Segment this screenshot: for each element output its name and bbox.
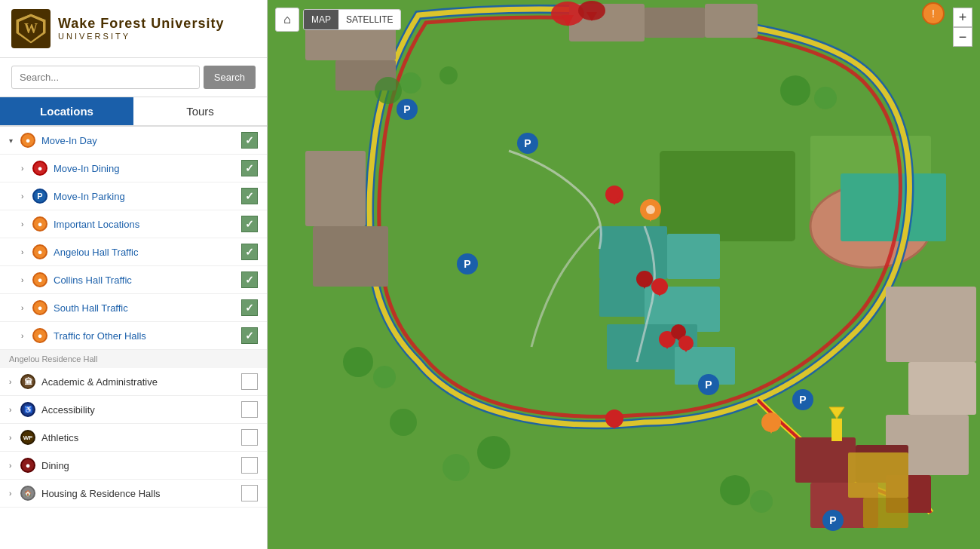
south-hall-traffic-label: South Hall Traffic bbox=[54, 302, 241, 314]
university-subtitle: UNIVERSITY bbox=[58, 32, 224, 41]
angelou-hall-traffic-checkbox[interactable] bbox=[241, 244, 258, 260]
map-type-satellite-button[interactable]: SATELLITE bbox=[338, 10, 400, 29]
sidebar-list: ▾ ● Move-In Day › ● Move-In Dining › P M… bbox=[0, 127, 267, 549]
collins-hall-traffic-icon: ● bbox=[32, 272, 47, 287]
south-hall-traffic-checkbox[interactable] bbox=[241, 299, 258, 316]
university-logo-icon: W bbox=[11, 9, 51, 48]
list-item-academic-admin[interactable]: › 🏛 Academic & Administrative bbox=[0, 368, 267, 396]
list-item-accessibility[interactable]: › ♿ Accessibility bbox=[0, 396, 267, 424]
svg-text:P: P bbox=[464, 258, 470, 270]
logo-area: W Wake Forest University UNIVERSITY « bbox=[0, 0, 267, 58]
svg-point-80 bbox=[443, 454, 470, 481]
svg-point-73 bbox=[439, 66, 458, 84]
list-item-move-in-day[interactable]: ▾ ● Move-In Day bbox=[0, 127, 267, 155]
move-in-day-checkbox[interactable] bbox=[241, 132, 258, 149]
map-area[interactable]: ⌂ MAP SATELLITE + − bbox=[268, 0, 980, 549]
svg-rect-16 bbox=[908, 362, 976, 415]
sidebar-collapse-button[interactable]: « bbox=[267, 256, 268, 293]
svg-text:P: P bbox=[403, 103, 410, 115]
list-item-athletics[interactable]: › WF Athletics bbox=[0, 424, 267, 452]
list-item-move-in-dining[interactable]: › ● Move-In Dining bbox=[0, 155, 267, 182]
angelou-hall-traffic-icon: ● bbox=[32, 244, 47, 259]
search-button[interactable]: Search bbox=[204, 66, 256, 89]
arrow-icon: › bbox=[21, 192, 29, 201]
list-item-south-hall-traffic[interactable]: › ● South Hall Traffic bbox=[0, 294, 267, 322]
arrow-icon: › bbox=[21, 276, 29, 284]
athletics-checkbox[interactable] bbox=[241, 429, 258, 446]
important-locations-checkbox[interactable] bbox=[241, 216, 258, 232]
traffic-other-halls-label: Traffic for Other Halls bbox=[54, 330, 241, 342]
list-item-collins-hall-traffic[interactable]: › ● Collins Hall Traffic bbox=[0, 266, 267, 294]
svg-rect-28 bbox=[305, 151, 366, 226]
zoom-out-button[interactable]: − bbox=[953, 27, 972, 47]
collins-hall-traffic-label: Collins Hall Traffic bbox=[54, 274, 241, 286]
svg-rect-6 bbox=[660, 151, 795, 241]
list-item-move-in-parking[interactable]: › P Move-In Parking bbox=[0, 182, 267, 210]
academic-admin-icon: 🏛 bbox=[20, 374, 35, 389]
housing-label: Housing & Residence Halls bbox=[41, 488, 241, 499]
campus-map: ⌂ MAP SATELLITE + − bbox=[268, 0, 980, 549]
svg-point-75 bbox=[814, 87, 837, 109]
arrow-icon: › bbox=[21, 248, 29, 256]
list-item-housing-residence[interactable]: › 🏠 Housing & Residence Halls bbox=[0, 480, 267, 508]
accessibility-label: Accessibility bbox=[41, 404, 241, 416]
svg-point-82 bbox=[750, 490, 773, 513]
svg-text:W: W bbox=[24, 21, 38, 36]
map-controls: ⌂ MAP SATELLITE bbox=[275, 8, 401, 32]
collins-hall-traffic-checkbox[interactable] bbox=[241, 271, 258, 288]
list-item-dining[interactable]: › ● Dining bbox=[0, 452, 267, 480]
tab-locations[interactable]: Locations bbox=[0, 97, 133, 125]
traffic-other-halls-checkbox[interactable] bbox=[241, 327, 258, 344]
svg-rect-22 bbox=[599, 226, 667, 279]
arrow-icon: › bbox=[9, 406, 17, 414]
svg-point-79 bbox=[477, 436, 510, 469]
svg-text:P: P bbox=[799, 394, 806, 406]
svg-point-72 bbox=[400, 72, 421, 94]
university-name: Wake Forest University bbox=[58, 17, 224, 32]
zoom-in-button[interactable]: + bbox=[953, 8, 972, 27]
search-area: Search bbox=[0, 58, 267, 97]
dining-icon: ● bbox=[20, 458, 35, 473]
move-in-parking-checkbox[interactable] bbox=[241, 188, 258, 204]
logo-text: Wake Forest University UNIVERSITY bbox=[58, 17, 224, 41]
arrow-icon: › bbox=[21, 332, 29, 340]
list-item-angelou-hall-traffic[interactable]: › ● Angelou Hall Traffic bbox=[0, 238, 267, 266]
traffic-other-halls-icon: ● bbox=[32, 328, 47, 343]
svg-rect-23 bbox=[667, 234, 720, 279]
move-in-dining-label: Move-In Dining bbox=[54, 163, 241, 174]
svg-rect-14 bbox=[705, 4, 758, 38]
dining-label: Dining bbox=[41, 460, 241, 471]
tabs-area: Locations Tours bbox=[0, 97, 267, 127]
svg-text:P: P bbox=[705, 379, 712, 391]
important-locations-icon: ● bbox=[32, 216, 47, 232]
housing-checkbox[interactable] bbox=[241, 485, 258, 501]
svg-rect-30 bbox=[848, 452, 908, 498]
tab-tours[interactable]: Tours bbox=[133, 97, 267, 125]
arrow-icon: › bbox=[9, 462, 17, 470]
svg-rect-18 bbox=[795, 437, 856, 483]
svg-rect-68 bbox=[831, 419, 842, 441]
map-type-map-button[interactable]: MAP bbox=[304, 10, 338, 29]
svg-text:P: P bbox=[524, 137, 531, 149]
dining-checkbox[interactable] bbox=[241, 457, 258, 474]
accessibility-checkbox[interactable] bbox=[241, 401, 258, 418]
athletics-icon: WF bbox=[20, 430, 35, 445]
svg-text:!: ! bbox=[932, 8, 935, 20]
arrow-icon: › bbox=[21, 304, 29, 312]
svg-point-77 bbox=[373, 366, 396, 388]
arrow-icon: › bbox=[21, 220, 29, 228]
search-input[interactable] bbox=[11, 66, 200, 89]
accessibility-icon: ♿ bbox=[20, 402, 35, 417]
list-item-important-locations[interactable]: › ● Important Locations bbox=[0, 210, 267, 238]
academic-admin-checkbox[interactable] bbox=[241, 373, 258, 390]
svg-point-81 bbox=[720, 475, 750, 505]
campus-map-svg: P P P P P P bbox=[268, 0, 980, 549]
list-item-traffic-other-halls[interactable]: › ● Traffic for Other Halls bbox=[0, 322, 267, 350]
move-in-dining-icon: ● bbox=[32, 161, 47, 176]
move-in-day-icon: ● bbox=[20, 133, 35, 148]
section-label-angelou: Angelou Residence Hall bbox=[0, 350, 267, 368]
arrow-icon: › bbox=[9, 489, 17, 498]
move-in-dining-checkbox[interactable] bbox=[241, 160, 258, 176]
home-button[interactable]: ⌂ bbox=[275, 8, 299, 32]
arrow-icon: › bbox=[21, 164, 29, 173]
